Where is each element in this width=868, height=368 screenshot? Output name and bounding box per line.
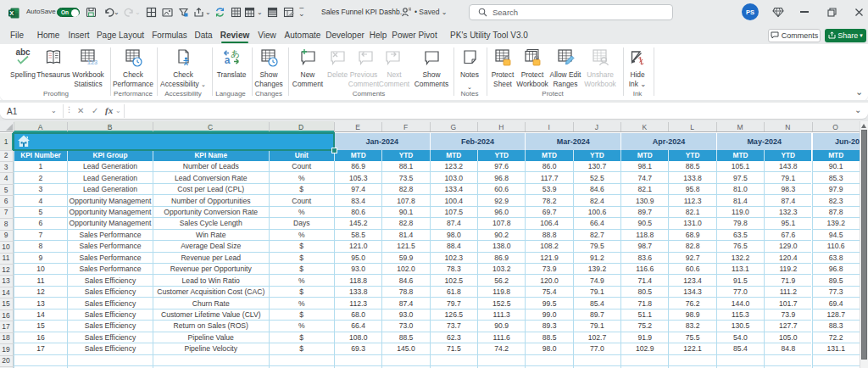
svg-text:X: X xyxy=(9,9,14,17)
svg-text:R: R xyxy=(409,7,411,12)
svg-text:あ: あ xyxy=(231,48,240,59)
svg-text:123: 123 xyxy=(87,59,97,66)
svg-text:abc: abc xyxy=(15,47,31,57)
svg-text:a: a xyxy=(225,54,231,66)
